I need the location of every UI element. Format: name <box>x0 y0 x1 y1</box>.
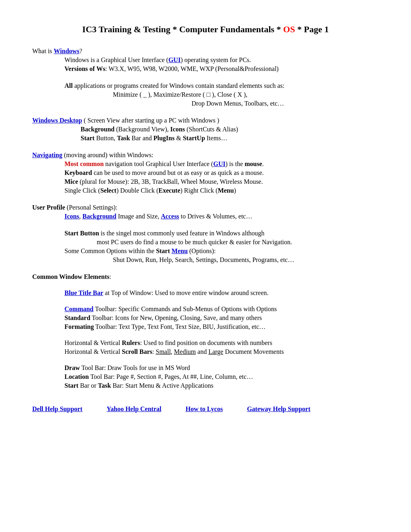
most-common-label: Most common <box>64 160 104 167</box>
navigating-link[interactable]: Navigating <box>32 152 62 158</box>
lycos-link[interactable]: How to Lycos <box>185 405 222 413</box>
click-text2: ) Double Click ( <box>116 187 158 194</box>
dell-help-link[interactable]: Dell Help Support <box>32 405 82 413</box>
plugins-text3: & <box>174 135 183 141</box>
icons-bold: Icons <box>170 126 185 133</box>
nav-end: . <box>262 160 264 167</box>
gateway-help-link[interactable]: Gateway Help Support <box>247 405 310 413</box>
scroll-text3: Document Movements <box>223 348 284 355</box>
dropdown-text: Drop Down Menus, Toolbars, etc… <box>191 100 284 107</box>
what-label: What is <box>32 48 54 54</box>
keyboard-bold: Keyboard <box>64 169 92 176</box>
mice-text: (plural for Mouse): 2B, 3B, TrackBall, W… <box>78 178 263 185</box>
command-link[interactable]: Command <box>64 305 93 312</box>
all-text: applications or programs created for Win… <box>73 82 284 89</box>
options-list: Shut Down, Run, Help, Search, Settings, … <box>113 256 294 263</box>
title-part2: * Page 1 <box>295 24 329 34</box>
scroll-under1: Small <box>156 348 170 355</box>
bg-text1: (Background View), <box>114 126 170 133</box>
navigating-text: (moving around) within Windows: <box>62 152 154 158</box>
start-bar-text2: Bar: Start Menu & Active Applications <box>111 382 213 389</box>
gui-line-start: Windows is a Graphical User Interface ( <box>64 56 168 63</box>
task-bold: Task <box>117 135 130 141</box>
formating-bold: Formating <box>64 323 94 330</box>
versions-text: : W3.X, W95, W98, W2000, WME, WXP (Perso… <box>105 65 278 72</box>
rulers-bold: Rulers <box>122 339 140 346</box>
what-is-windows-heading: What is Windows? <box>32 48 379 55</box>
common-window-heading: Common Window Elements <box>32 273 109 280</box>
section-start-button: Start Button is the singel most commonly… <box>32 230 379 264</box>
scroll-under2: Medium <box>174 348 196 355</box>
select-bold: Select <box>100 187 116 194</box>
scroll-sep1: , <box>171 348 174 355</box>
versions-bold: Versions of Ws <box>64 65 105 72</box>
background-profile-link[interactable]: Background <box>82 213 116 220</box>
gui-link[interactable]: GUI <box>168 56 181 63</box>
scroll-sep2: and <box>196 348 208 355</box>
scroll-text1: Horizontal & Vertical <box>64 348 122 355</box>
nav-text2: ) is the <box>225 160 245 167</box>
title-part1: IC3 Training & Testing * Computer Fundam… <box>82 24 283 34</box>
task-text2: Bar and <box>130 135 154 141</box>
section-navigating: Navigating (moving around) within Window… <box>32 152 379 194</box>
windows-link[interactable]: Windows <box>54 48 79 54</box>
section-windows-desktop: Windows Desktop ( Screen View after star… <box>32 117 379 142</box>
all-bold: All <box>64 82 73 89</box>
windows-desktop-text: ( Screen View after starting up a PC wit… <box>82 117 219 124</box>
yahoo-help-link[interactable]: Yahoo Help Central <box>106 405 161 413</box>
common-options-text1: Some Common Options within the <box>64 247 156 254</box>
start-button-bold: Start Button <box>64 230 99 237</box>
click-text3: ) Right Click ( <box>181 187 218 194</box>
start-bar-text1: Bar or <box>79 382 98 389</box>
common-options-text2: (Options): <box>188 247 216 254</box>
draw-text: Tool Bar: Draw Tools for use in MS Word <box>80 364 190 371</box>
access-link[interactable]: Access <box>161 213 179 220</box>
gui-nav-link[interactable]: GUI <box>213 160 225 167</box>
scroll-bold: Scroll Bars <box>122 348 152 355</box>
click-text4: ) <box>234 187 236 194</box>
background-bold: Background <box>81 126 114 133</box>
menu-link[interactable]: Menu <box>172 247 188 254</box>
location-text: Tool Bar: Page #, Section #, Pages, At #… <box>89 373 253 380</box>
section-all-applications: All applications or programs created for… <box>32 82 379 107</box>
keyboard-text: can be used to move around but ot as eas… <box>92 169 264 176</box>
start-button-text: is the singel most commonly used feature… <box>99 230 265 237</box>
command-text: Toolbar: Specific Commands and Sub-Menus… <box>93 305 277 312</box>
mouse-bold: mouse <box>245 160 262 167</box>
section-user-profile: User Profile (Personal Settings): Icons,… <box>32 204 379 220</box>
start-bold: Start <box>81 135 95 141</box>
blue-title-bar-link[interactable]: Blue Title Bar <box>64 289 103 296</box>
profile-text1: Image and Size, <box>116 213 161 220</box>
startup-text4: Items… <box>205 135 228 141</box>
what-is-windows-body: Windows is a Graphical User Interface (G… <box>64 56 379 73</box>
scroll-under3: Large <box>208 348 223 355</box>
standard-bold: Standard <box>64 314 90 321</box>
title-os: OS <box>283 24 295 34</box>
execute-bold: Execute <box>158 187 180 194</box>
gui-line-end: ) operating system for PCs. <box>181 56 251 63</box>
start-text1: Button, <box>95 135 117 141</box>
menu-bold: Menu <box>218 187 234 194</box>
draw-bold: Draw <box>64 364 80 371</box>
section-what-is-windows: What is Windows? Windows is a Graphical … <box>32 48 379 73</box>
icons-profile-link[interactable]: Icons <box>64 213 79 220</box>
rulers-text2: : Used to find position on documents wit… <box>140 339 272 346</box>
nav-text1: navigation tool Graphical User Interface… <box>104 160 213 167</box>
start-bold2: Start <box>156 247 170 254</box>
task-bar-bold: Task <box>98 382 111 389</box>
mice-bold: Mice <box>64 178 78 185</box>
minimize-text: Minimize ( _ ), Maximize/Restore ( □ ), … <box>113 91 247 98</box>
rulers-text1: Horizontal & Vertical <box>64 339 122 346</box>
heading-end: ? <box>79 48 82 54</box>
icons-text2: (ShortCuts & Alias) <box>185 126 238 133</box>
windows-desktop-link[interactable]: Windows Desktop <box>32 117 82 124</box>
standard-text: Toolbar: Icons for New, Opening, Closing… <box>90 314 262 321</box>
startup-bold: StartUp <box>183 135 205 141</box>
location-bold: Location <box>64 373 89 380</box>
start-button-line2: most PC users do find a mouse to be much… <box>97 239 292 245</box>
start-bar-bold: Start <box>64 382 79 389</box>
formating-text: Toolbar: Text Type, Text Font, Text Size… <box>94 323 266 330</box>
page-title: IC3 Training & Testing * Computer Fundam… <box>32 24 379 35</box>
user-profile-text: (Personal Settings): <box>65 204 118 211</box>
common-window-end: : <box>109 273 111 280</box>
